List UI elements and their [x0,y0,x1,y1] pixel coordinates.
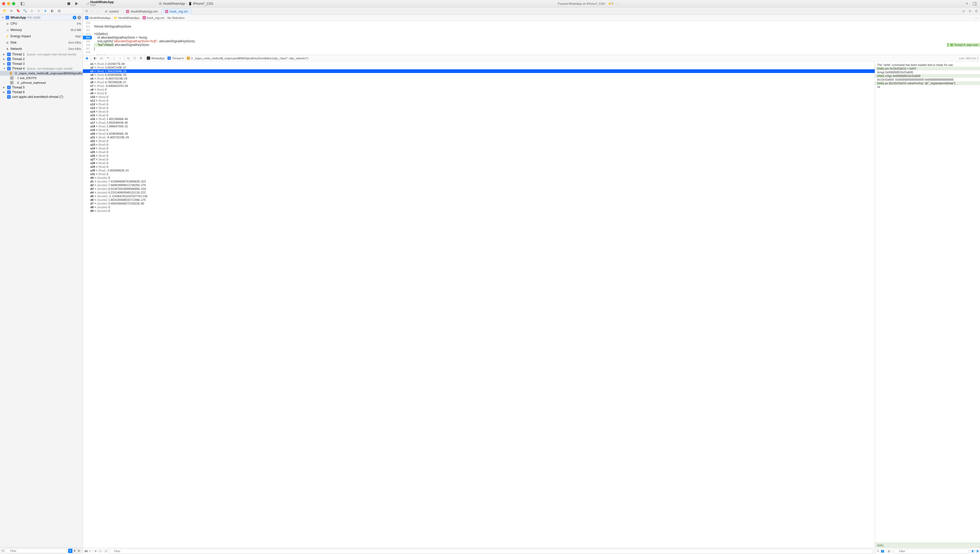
clear-console-button[interactable]: 🗑 [888,549,891,553]
step-out-button[interactable]: ↑ [118,56,123,60]
variable-row[interactable]: s10 = (float) 0 [83,95,875,99]
code-text[interactable]: id allocatedSignalKeyStore = %orig; [92,36,148,40]
adjust-editor-icon[interactable]: ≣ [967,8,973,14]
seg-1[interactable]: ≡ [68,549,72,553]
thread-row[interactable]: ▶TThread 1 Queue: com.apple.main-thread … [0,52,83,57]
console-input[interactable]: (lldb) [875,543,980,548]
variable-row[interactable]: s8 = (float) 0 [83,88,875,91]
process-header[interactable]: ▼ ›_ WhatsApp PID 15800 ● i [0,15,83,21]
code-text[interactable]: %hook WASignalKeyStore [92,25,131,29]
record-icon[interactable]: ● [73,16,76,19]
variable-row[interactable]: s7 = (float) -5.84584297E+28 [83,84,875,88]
seg-3[interactable]: ⊞ [76,549,81,553]
variable-row[interactable]: d4 = (double) 9.21514069284913111E-222 [83,191,875,194]
disclosure-icon[interactable]: ▶ [3,91,6,94]
debug-navigator-icon[interactable]: ➤ [43,8,48,13]
find-navigator-icon[interactable]: 🔍 [22,8,28,13]
variable-row[interactable]: s20 = (float) 6.42463956E-39 [83,132,875,135]
variable-row[interactable]: d1 = (double) 7.41098468876186982E-323 [83,180,875,183]
disclosure-icon[interactable]: ▶ [3,53,6,56]
variable-row[interactable]: d0 = (double) 0 [83,176,875,180]
line-number[interactable]: 391 [83,25,92,29]
back-button[interactable]: ‹ [90,8,95,14]
show-console-button[interactable]: ◨ [976,549,978,553]
line-number[interactable]: 399 [83,54,92,55]
view-debug-button[interactable]: ◫ [126,56,131,60]
variable-row[interactable]: s9 = (float) 0 [83,91,875,95]
close-window-button[interactable] [2,2,5,5]
variable-row[interactable]: d2 = (double) 7.94992889851273625E-275 [83,183,875,187]
thread-row[interactable]: ▶TThread 5 [0,85,83,90]
variable-row[interactable]: s30 = (float) -2.66200852E-31 [83,169,875,172]
prev-counterpart-icon[interactable]: ‹ [975,16,976,19]
code-text[interactable] [92,29,94,32]
variable-row[interactable]: s19 = (float) 0 [83,128,875,132]
code-text[interactable]: +(id)alloc{ [92,32,108,36]
thread-row[interactable]: ▼TThread 4 Queue: net.whatsapp.crypto (s… [0,66,83,71]
variable-row[interactable]: s6 = (float) 4.78229503E-21 [83,80,875,84]
variable-row[interactable]: s16 = (float) 1.40129846E-45 [83,117,875,121]
add-button[interactable]: ＋ [964,1,970,6]
breakpoint-navigator-icon[interactable]: ◧ [49,8,55,13]
code-text[interactable] [92,50,94,54]
thread-row[interactable]: ▶TThread 3 [0,61,83,66]
report-navigator-icon[interactable]: ▤ [56,8,62,13]
console-people-icon[interactable]: 👥 [881,549,885,553]
code-text[interactable]: - (id)init{ [92,54,105,55]
code-text[interactable]: } [92,47,95,50]
variable-row[interactable]: d6 = (double) 1.69152650801671194E-175 [83,198,875,202]
variable-row[interactable]: s12 = (float) 0 [83,102,875,106]
thread-row[interactable]: ▶TThread 6 [0,90,83,94]
next-counterpart-icon[interactable]: › [977,16,978,19]
jump-bar-item[interactable]: HookWhatsApp [118,16,139,19]
filter-scope-icon[interactable]: ◎ [105,549,107,553]
variable-row[interactable]: d9 = (double) 0 [83,209,875,213]
line-number[interactable]: 396 [83,43,92,47]
thread-row[interactable]: Tcom.apple.uikit.eventfetch-thread (7) [0,94,83,99]
stack-frame[interactable]: A 9 _pthread_wqthread [0,80,83,85]
debug-crumbs[interactable]: ›_ WhatsApp › T Thread 4 › U 0 _logos_me… [147,56,308,60]
variable-row[interactable]: d7 = (double) 5.49929964057222822E-80 [83,202,875,205]
thread-row[interactable]: ▶TThread 2 [0,57,83,61]
variable-row[interactable]: s1 = (float) 2.1019477E-44 [83,62,875,66]
forward-button[interactable]: › [95,8,101,14]
line-number[interactable]: 393 [83,32,92,36]
line-number[interactable]: 398 [83,50,92,54]
variable-row[interactable]: s18 = (float) 1.08664755E-31 [83,124,875,128]
jump-bar-item[interactable]: No Selection [167,16,185,19]
line-number[interactable]: 395 [83,40,92,43]
variable-row[interactable]: s5 = (float) -6.48373223E-29 [83,76,875,80]
line-number[interactable]: 394 [83,36,92,40]
step-over-button[interactable]: ↷ [105,56,110,60]
variable-row[interactable]: s31 = (float) 0 [83,172,875,176]
gauge-disk[interactable]: ⊖DiskZero KB/s [0,40,83,46]
variable-row[interactable]: s15 = (float) 0 [83,113,875,117]
variable-row[interactable]: s23 = (float) 0 [83,143,875,146]
environment-overrides-button[interactable]: ⚙ [138,56,143,60]
disclosure-icon[interactable]: ▶ [3,86,6,89]
gauge-memory[interactable]: ▭Memory36.6 MB [0,27,83,33]
line-number[interactable]: 390 [83,21,92,25]
test-navigator-icon[interactable]: ◇ [36,8,41,13]
step-into-button[interactable]: ↓ [111,56,116,60]
quicklook-icon[interactable]: 👁 [94,549,97,553]
gauge-cpu[interactable]: ⊙CPU0% [0,21,83,27]
library-button[interactable] [972,1,978,6]
tabs-grid-icon[interactable]: ⊞ [84,8,89,14]
source-editor[interactable]: 390391%hook WASignalKeyStore392393+(id)a… [83,21,980,55]
editor-tab[interactable]: mhook_reg.xm [162,8,191,15]
gauge-energy-impact[interactable]: ⚡Energy ImpactHigh [0,33,83,40]
variable-row[interactable]: s28 = (float) 0 [83,161,875,165]
stack-frame[interactable]: U 0 _logos_meta_method$_ungrouped$WASign… [0,71,83,76]
deactivate-breakpoints-button[interactable]: ◧ [93,56,97,60]
variable-row[interactable]: s3 = (float) 1.35631564E-19 [83,69,875,73]
run-button[interactable] [73,1,80,6]
crumb-item[interactable]: 0 _logos_meta_method$_ungrouped$WASignal… [191,57,308,60]
editor-tab[interactable]: ⚙control [101,8,122,15]
disclosure-icon[interactable]: ▶ [3,58,6,60]
navigator-filter-input[interactable] [5,549,67,553]
variable-row[interactable]: s2 = (float) 3.82047143E-37 [83,66,875,69]
scope-selector[interactable]: All [84,549,88,553]
add-editor-icon[interactable]: ⊞ [974,8,979,14]
hide-debug-area-button[interactable]: ▣ [84,56,89,60]
